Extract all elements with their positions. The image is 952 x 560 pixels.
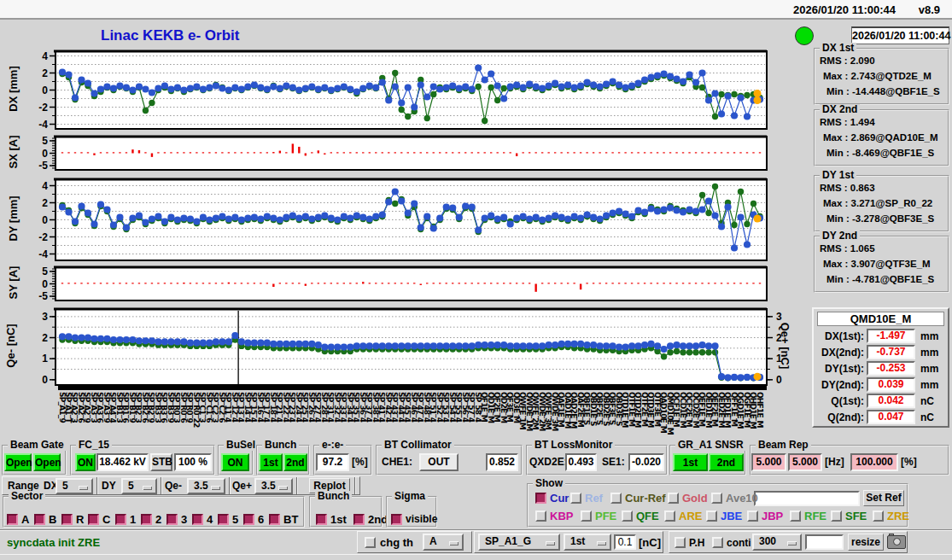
sector-checkbox-a[interactable] [7,514,18,525]
show-checkbox-pfe[interactable] [581,510,592,522]
gr-a1-snsr-title: GR_A1 SNSR [675,440,746,451]
set-ref-button[interactable]: Set Ref [863,490,904,506]
sector-checkbox-r[interactable] [61,514,73,525]
ee-ratio-group: e-:e- 97.2 [%] [313,445,372,475]
stat-title: DX 2nd [820,104,860,115]
monitor-row-label: Q(1st): [814,395,864,407]
show-checkbox-jbp[interactable] [747,510,758,522]
stat-rms: RMS : 2.090 [820,55,875,66]
sy-plot: 50-5 [38,265,798,304]
beam-rep-field2[interactable]: 5.000 [788,453,822,471]
svg-text:2: 2 [42,332,48,344]
chg-th-select[interactable]: A [423,534,464,551]
busel-group: BuSel ON [218,445,254,475]
show-checkbox-sfe[interactable] [831,510,842,522]
beam-gate-title: Beam Gate [8,440,67,451]
set-ref-input[interactable] [754,491,860,506]
monitor-row-unit: mm [920,330,938,342]
count-select[interactable]: 300 [752,534,802,551]
fc15-stb-button[interactable]: STB [150,453,172,471]
show-label: QFE [636,510,659,522]
sector-group: Sector ABRC123456BT [3,496,305,528]
sector-checkbox-2[interactable] [141,514,152,525]
bunch-1st-button[interactable]: 1st [259,453,283,471]
sector-checkbox-1[interactable] [115,514,126,525]
ph-checkbox[interactable] [675,537,686,548]
range-qem-select[interactable]: 3.5 [187,478,225,494]
ee-ratio-title: e-:e- [319,440,346,451]
gr-a1-2nd-button[interactable]: 2nd [709,453,744,471]
fc15-pct-field[interactable]: 100 % [174,453,212,471]
svg-text:0: 0 [42,374,48,386]
show-checkbox-zre[interactable] [873,510,884,522]
bunch-2nd-checkbox-2nd[interactable] [353,514,365,525]
dx-plot: 420-2-4 [38,50,798,132]
sector-checkbox-b[interactable] [34,514,45,525]
show-checkbox-curref[interactable] [610,493,622,504]
threshold-input[interactable]: 0.1 [614,534,636,550]
sector-checkbox-bt[interactable] [269,514,280,525]
ee-ratio-field[interactable]: 97.2 [316,453,349,471]
bunch-2nd-button[interactable]: 2nd [283,453,307,471]
show-checkbox-qfe[interactable] [622,510,633,522]
show-checkbox-gold[interactable] [668,493,679,504]
sector-checkbox-3[interactable] [166,514,178,525]
sector-checkbox-5[interactable] [218,514,229,525]
busel-on-button[interactable]: ON [221,453,249,471]
show-checkbox-ave10[interactable] [711,493,722,504]
se1-field[interactable]: -0.020 [628,453,664,471]
sector-checkbox-6[interactable] [243,514,254,525]
sector-checkbox-4[interactable] [192,514,203,525]
range-dy-select[interactable]: 5 [121,478,157,494]
fc15-group: FC_15 ON 18.462 kV STB 100 % [70,445,215,475]
beam-gate-open1-button[interactable]: Open [4,453,32,471]
monitor-row-label: DX(2nd): [814,347,864,359]
sector-checkbox-c[interactable] [88,514,99,525]
stat-max: Max : 3.907@QTF3E_M [823,259,931,269]
bt-lossmonitor-title: BT LossMonitor [532,440,615,451]
svg-text:0: 0 [42,214,48,226]
camera-icon[interactable] [887,535,906,549]
bt-collimator-value-field[interactable]: 0.852 [486,453,518,471]
fc15-on-button[interactable]: ON [75,453,96,471]
range-qem-label: Qe- [165,480,182,492]
range-qep-select[interactable]: 3.5 [254,478,293,494]
range-dx-select[interactable]: 5 [55,478,93,494]
range-qep-label: Qe+ [232,480,252,492]
show-checkbox-kbp[interactable] [535,510,546,522]
monitor-row-unit: nC [920,395,934,407]
q-axis-label: Qe- [nC] [4,324,17,367]
conti-checkbox[interactable] [712,537,723,548]
gr-a1-1st-button[interactable]: 1st [673,453,708,471]
chg-th-checkbox[interactable] [365,537,376,548]
show-checkbox-ref[interactable] [570,493,581,504]
show-checkbox-cur[interactable] [535,493,546,504]
stat-max: Max : 2.869@QAD10E_M [823,132,938,143]
show-label: Cur-Ref [625,492,666,505]
bunch-1st-checkbox-1st[interactable] [316,514,327,525]
svg-text:5: 5 [42,265,48,277]
fc15-kv-field[interactable]: 18.462 kV [96,453,149,471]
svg-text:4: 4 [42,180,48,192]
bunch-1st-label: 1st [330,513,347,526]
sp-select[interactable]: SP_A1_G [478,534,560,551]
bunch-select[interactable]: 1st [564,534,611,551]
che1-value-field[interactable]: OUT [419,453,458,471]
beam-rep-field3[interactable]: 100.000 [850,453,898,471]
count-input[interactable] [805,534,844,550]
q-plot: 00112233 [38,307,798,388]
show-checkbox-are[interactable] [664,510,675,522]
monitor-row-label: DX(1st): [814,330,864,342]
svg-text:2: 2 [42,67,48,79]
show-label: PFE [595,510,616,522]
sx-axis-label: SX [A] [7,135,20,168]
sigma-visible-checkbox-visible[interactable] [391,514,402,525]
busel-title: BuSel [224,440,258,451]
beam-gate-open2-button[interactable]: Open [33,453,61,471]
resize-button[interactable]: resize [848,534,884,551]
show-checkbox-rfe[interactable] [790,510,801,522]
beam-rep-field1[interactable]: 5.000 [751,453,786,471]
qxd2e-field[interactable]: 0.493 [565,453,597,471]
che1-label: CHE1: [382,456,412,468]
show-checkbox-jbe[interactable] [706,510,717,522]
